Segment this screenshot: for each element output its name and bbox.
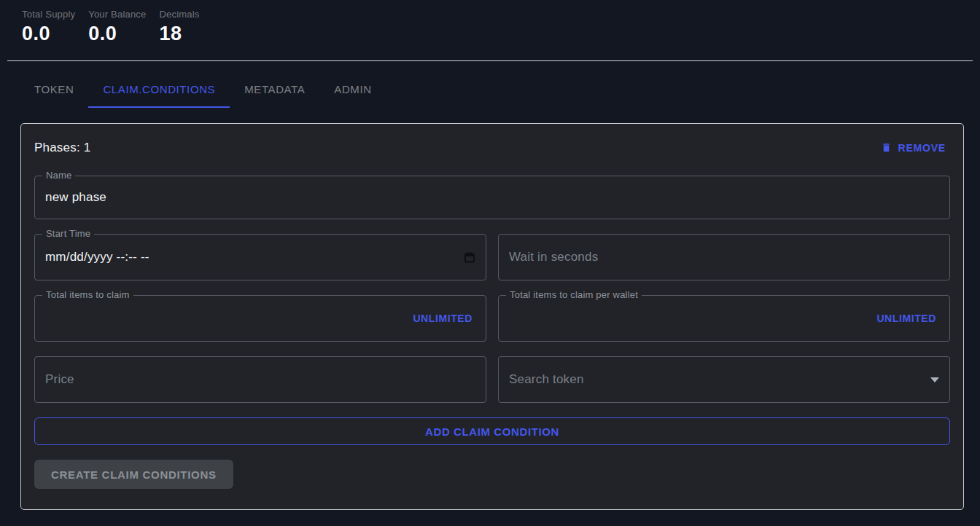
add-claim-condition-button[interactable]: ADD CLAIM CONDITION bbox=[34, 417, 950, 445]
stat-value: 0.0 bbox=[88, 24, 146, 44]
stat-your-balance: Your Balance 0.0 bbox=[88, 9, 146, 44]
stats-header: Total Supply 0.0 Your Balance 0.0 Decima… bbox=[0, 0, 980, 44]
create-claim-conditions-button[interactable]: CREATE CLAIM CONDITIONS bbox=[34, 460, 233, 489]
calendar-icon[interactable] bbox=[464, 251, 475, 263]
total-items-unlimited-button[interactable]: UNLIMITED bbox=[410, 311, 475, 326]
name-field: Name bbox=[34, 176, 950, 219]
remove-phase-button[interactable]: REMOVE bbox=[876, 138, 950, 157]
start-time-field-label: Start Time bbox=[42, 228, 94, 239]
wait-seconds-input[interactable] bbox=[509, 250, 939, 264]
name-input[interactable] bbox=[45, 190, 939, 205]
time-row: Start Time bbox=[34, 234, 950, 280]
stat-label: Total Supply bbox=[22, 9, 75, 20]
supply-row: Total items to claim UNLIMITED Total ite… bbox=[34, 295, 950, 342]
stat-label: Your Balance bbox=[88, 9, 146, 20]
stat-total-supply: Total Supply 0.0 bbox=[22, 9, 75, 44]
stat-value: 0.0 bbox=[22, 24, 75, 44]
total-items-per-wallet-input[interactable] bbox=[509, 311, 874, 326]
tab-admin[interactable]: ADMIN bbox=[319, 71, 386, 108]
phases-count: Phases: 1 bbox=[34, 141, 90, 155]
remove-button-label: REMOVE bbox=[898, 142, 946, 154]
total-items-field-label: Total items to claim bbox=[42, 289, 133, 300]
name-field-label: Name bbox=[42, 170, 75, 181]
chevron-down-icon[interactable] bbox=[930, 377, 939, 382]
claim-conditions-card: Phases: 1 REMOVE Name Start Time bbox=[20, 123, 964, 510]
total-items-input[interactable] bbox=[45, 311, 410, 326]
tab-bar: TOKEN CLAIM.CONDITIONS METADATA ADMIN bbox=[20, 71, 980, 108]
total-items-per-wallet-field-label: Total items to claim per wallet bbox=[506, 289, 642, 300]
tab-claim-conditions[interactable]: CLAIM.CONDITIONS bbox=[88, 71, 230, 108]
trash-icon bbox=[881, 141, 892, 154]
start-time-field: Start Time bbox=[34, 234, 486, 280]
header-divider bbox=[7, 60, 973, 61]
start-time-input[interactable] bbox=[45, 250, 458, 264]
price-row bbox=[34, 356, 950, 403]
tab-token[interactable]: TOKEN bbox=[20, 71, 88, 108]
search-token-input[interactable] bbox=[509, 372, 925, 387]
total-items-per-wallet-unlimited-button[interactable]: UNLIMITED bbox=[874, 311, 939, 326]
create-button-row: CREATE CLAIM CONDITIONS bbox=[34, 445, 950, 489]
price-field bbox=[34, 356, 486, 403]
search-token-field bbox=[498, 356, 950, 403]
total-items-per-wallet-field: Total items to claim per wallet UNLIMITE… bbox=[498, 295, 950, 342]
wait-seconds-field bbox=[498, 234, 950, 280]
stat-label: Decimals bbox=[160, 9, 200, 20]
stat-value: 18 bbox=[160, 24, 200, 44]
price-input[interactable] bbox=[45, 372, 475, 387]
stat-decimals: Decimals 18 bbox=[160, 9, 200, 44]
total-items-field: Total items to claim UNLIMITED bbox=[34, 295, 486, 342]
tab-metadata[interactable]: METADATA bbox=[230, 71, 319, 108]
phase-card-header: Phases: 1 REMOVE bbox=[34, 138, 950, 157]
